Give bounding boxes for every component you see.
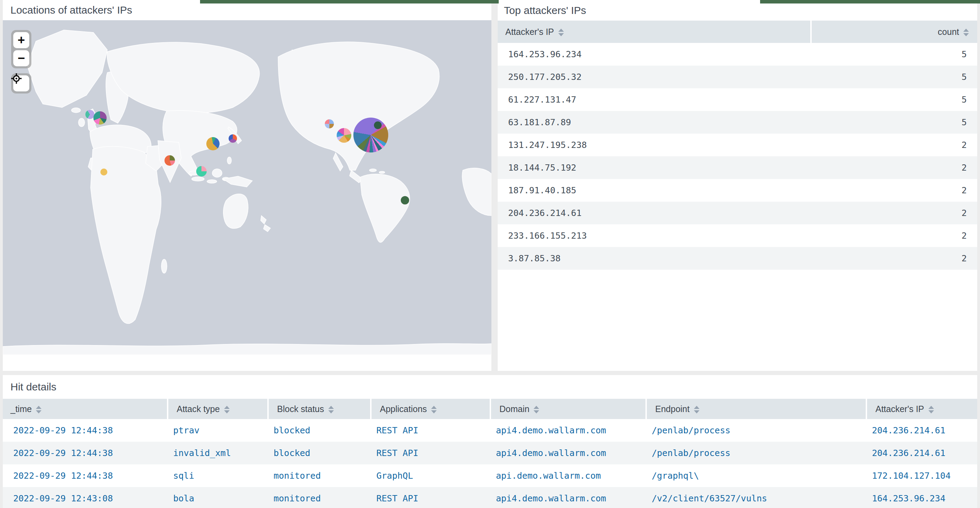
table-row[interactable]: 18.144.75.1922 <box>498 156 977 179</box>
table-row[interactable]: 204.236.214.612 <box>498 202 977 224</box>
column-label: count <box>938 27 959 37</box>
table-cell[interactable]: /penlab/process <box>646 419 866 442</box>
table-cell[interactable]: 172.104.127.104 <box>866 464 977 487</box>
table-cell[interactable]: api4.demo.wallarm.com <box>490 419 646 442</box>
map-marker-india[interactable] <box>164 155 175 166</box>
column-label: _time <box>10 404 32 414</box>
table-row[interactable]: 187.91.40.1852 <box>498 179 977 202</box>
column-label: Attack type <box>177 404 220 414</box>
sort-icon <box>224 406 230 414</box>
table-row[interactable]: 2022-09-29 12:44:38sqlimonitoredGraphQLa… <box>3 464 977 487</box>
table-cell[interactable]: 2022-09-29 12:44:38 <box>3 419 167 442</box>
table-row[interactable]: 2022-09-29 12:44:38invalid_xmlblockedRES… <box>3 442 977 464</box>
table-cell: 3.87.85.38 <box>498 247 810 270</box>
sort-icon <box>963 29 969 36</box>
table-row[interactable]: 233.166.155.2132 <box>498 224 977 247</box>
topbar-green-segment-right <box>760 0 980 3</box>
table-row[interactable]: 131.247.195.2382 <box>498 134 977 156</box>
locate-button[interactable] <box>13 75 29 91</box>
table-cell[interactable]: 204.236.214.61 <box>866 419 977 442</box>
table-cell[interactable]: /graphql\ <box>646 464 866 487</box>
map-marker-western-europe[interactable] <box>94 111 107 125</box>
hit-details-panel: Hit details _timeAttack typeBlock status… <box>3 375 977 508</box>
column-header-block-status[interactable]: Block status <box>267 399 370 419</box>
map-marker-southeast-asia[interactable] <box>196 166 207 177</box>
hit-details-table: _timeAttack typeBlock statusApplications… <box>3 399 977 508</box>
dashboard: Locations of attackers' IPs <box>0 0 980 508</box>
table-cell[interactable]: REST API <box>370 487 490 508</box>
column-label: Endpoint <box>655 404 690 414</box>
table-cell[interactable]: REST API <box>370 419 490 442</box>
table-cell[interactable]: monitored <box>267 487 370 508</box>
table-cell[interactable]: invalid_xml <box>167 442 267 464</box>
table-cell: 2 <box>810 224 977 247</box>
table-row[interactable]: 61.227.131.475 <box>498 88 977 111</box>
table-cell[interactable]: 2022-09-29 12:43:08 <box>3 487 167 508</box>
locations-map-panel: Locations of attackers' IPs <box>3 0 492 371</box>
table-cell[interactable]: blocked <box>267 419 370 442</box>
column-header-domain[interactable]: Domain <box>490 399 646 419</box>
sort-icon <box>36 406 41 414</box>
table-cell[interactable]: GraphQL <box>370 464 490 487</box>
table-row[interactable]: 3.87.85.382 <box>498 247 977 270</box>
sort-icon <box>534 406 539 414</box>
table-cell: 2 <box>810 156 977 179</box>
table-cell[interactable]: sqli <box>167 464 267 487</box>
table-cell[interactable]: 2022-09-29 12:44:38 <box>3 442 167 464</box>
table-cell[interactable]: api.demo.wallarm.com <box>490 464 646 487</box>
sort-icon <box>928 406 934 414</box>
table-cell[interactable]: ptrav <box>167 419 267 442</box>
map-marker-west-africa[interactable] <box>100 169 107 176</box>
table-cell[interactable]: blocked <box>267 442 370 464</box>
map-marker-us-east-green[interactable] <box>374 121 382 129</box>
zoom-out-button[interactable]: − <box>13 50 29 66</box>
table-cell: 204.236.214.61 <box>498 202 810 224</box>
table-cell[interactable]: REST API <box>370 442 490 464</box>
map-marker-japan[interactable] <box>229 134 237 143</box>
table-cell[interactable]: 204.236.214.61 <box>866 442 977 464</box>
world-map[interactable]: + − <box>3 20 492 355</box>
map-marker-east-china[interactable] <box>206 137 220 150</box>
sort-icon <box>431 406 437 414</box>
map-marker-brazil[interactable] <box>401 196 409 204</box>
column-header-endpoint[interactable]: Endpoint <box>646 399 866 419</box>
table-cell: 18.144.75.192 <box>498 156 810 179</box>
table-cell[interactable]: bola <box>167 487 267 508</box>
table-cell: 5 <box>810 111 977 134</box>
table-cell[interactable]: 2022-09-29 12:44:38 <box>3 464 167 487</box>
map-zoom-control: + − <box>11 30 31 69</box>
map-marker-us-south[interactable] <box>337 128 351 143</box>
table-cell: 5 <box>810 65 977 88</box>
table-row[interactable]: 63.181.87.895 <box>498 111 977 134</box>
map-marker-us-east[interactable] <box>353 118 388 152</box>
column-header-attack-type[interactable]: Attack type <box>167 399 267 419</box>
locate-icon <box>11 73 22 84</box>
column-label: Domain <box>500 404 530 414</box>
table-cell[interactable]: 164.253.96.234 <box>866 487 977 508</box>
column-label: Attacker's IP <box>505 27 554 37</box>
column-header--time[interactable]: _time <box>3 399 167 419</box>
zoom-in-button[interactable]: + <box>13 32 29 48</box>
table-cell[interactable]: /penlab/process <box>646 442 866 464</box>
column-label: Applications <box>380 404 427 414</box>
table-cell[interactable]: api4.demo.wallarm.com <box>490 442 646 464</box>
map-land <box>3 20 492 355</box>
column-header-applications[interactable]: Applications <box>370 399 490 419</box>
table-row[interactable]: 2022-09-29 12:43:08bolamonitoredREST API… <box>3 487 977 508</box>
table-cell[interactable]: monitored <box>267 464 370 487</box>
map-marker-us-west[interactable] <box>325 119 334 128</box>
table-row[interactable]: 250.177.205.325 <box>498 65 977 88</box>
table-cell: 63.181.87.89 <box>498 111 810 134</box>
sort-icon <box>558 29 564 36</box>
column-header-count[interactable]: count <box>810 21 977 43</box>
table-cell: 164.253.96.234 <box>498 43 810 65</box>
column-header-attacker-s-ip[interactable]: Attacker's IP <box>498 21 810 43</box>
column-header-attacker-s-ip[interactable]: Attacker's IP <box>866 399 977 419</box>
table-cell: 2 <box>810 179 977 202</box>
table-row[interactable]: 164.253.96.2345 <box>498 43 977 65</box>
column-label: Attacker's IP <box>875 404 924 414</box>
table-cell[interactable]: api4.demo.wallarm.com <box>490 487 646 508</box>
map-locate-control <box>11 73 31 94</box>
table-cell[interactable]: /v2/client/63527/vulns <box>646 487 866 508</box>
table-row[interactable]: 2022-09-29 12:44:38ptravblockedREST APIa… <box>3 419 977 442</box>
